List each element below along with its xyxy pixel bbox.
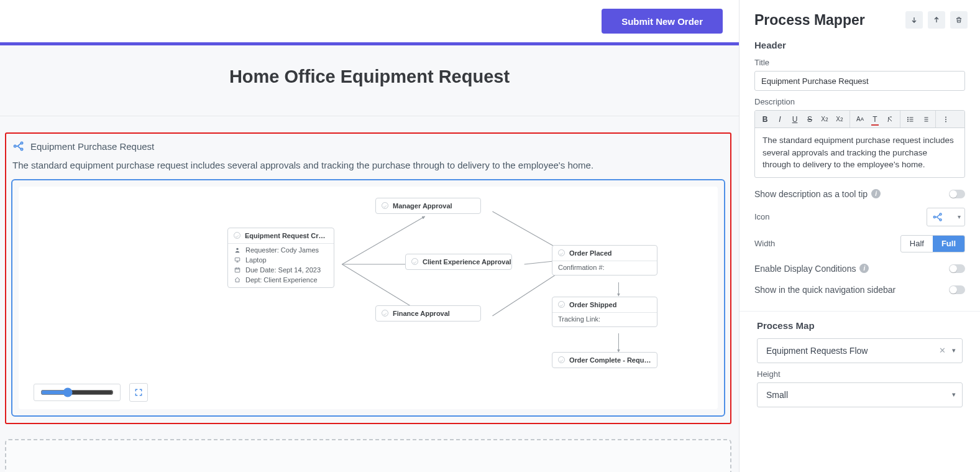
rte-more-icon[interactable] bbox=[938, 113, 953, 126]
rte-superscript-icon[interactable]: X2 bbox=[817, 113, 832, 126]
node-title: Equipment Request Created … bbox=[245, 232, 328, 239]
svg-point-21 bbox=[945, 116, 946, 118]
chevron-down-icon: ▾ bbox=[952, 391, 956, 399]
width-field-label: Width bbox=[754, 239, 775, 248]
svg-point-2 bbox=[21, 148, 22, 150]
svg-point-23 bbox=[945, 121, 946, 122]
conditions-toggle[interactable] bbox=[949, 264, 965, 273]
rte-strikethrough-icon[interactable]: S bbox=[802, 113, 817, 126]
width-segmented-control: Half Full bbox=[900, 235, 965, 252]
status-icon bbox=[234, 232, 240, 239]
height-field-label: Height bbox=[757, 369, 963, 379]
svg-point-26 bbox=[940, 219, 941, 221]
status-icon bbox=[382, 202, 388, 209]
widget-title: Equipment Purchase Request bbox=[30, 141, 154, 152]
node-title: Manager Approval bbox=[393, 202, 452, 210]
due-date: Due Date: Sept 14, 2023 bbox=[245, 266, 321, 274]
status-icon bbox=[411, 258, 418, 265]
svg-point-25 bbox=[940, 213, 941, 215]
svg-rect-20 bbox=[910, 121, 914, 121]
main-canvas: Submit New Order Home Office Equipment R… bbox=[0, 0, 739, 472]
calendar-icon bbox=[234, 267, 241, 273]
node-order-placed[interactable]: Order Placed Confirmation #: bbox=[552, 245, 657, 275]
status-icon bbox=[558, 356, 565, 363]
move-down-button[interactable] bbox=[905, 11, 923, 29]
info-icon[interactable]: i bbox=[859, 264, 869, 273]
conditions-toggle-label: Enable Display Conditions bbox=[754, 264, 856, 274]
requester-label: Requester: Cody James bbox=[245, 246, 319, 254]
tooltip-toggle-label: Show description as a tool tip bbox=[754, 189, 868, 199]
page-header: Home Office Equipment Request bbox=[0, 45, 739, 116]
chevron-down-icon: ▾ bbox=[958, 213, 961, 220]
process-map-canvas[interactable]: Equipment Request Created … Requester: C… bbox=[27, 193, 709, 379]
svg-point-24 bbox=[933, 216, 935, 218]
rte-text-color-icon[interactable]: T bbox=[868, 113, 882, 126]
move-up-button[interactable] bbox=[928, 11, 945, 29]
icon-select[interactable]: ▾ bbox=[927, 208, 965, 226]
info-icon[interactable]: i bbox=[871, 189, 881, 198]
svg-rect-16 bbox=[910, 117, 914, 118]
node-equipment-request-created[interactable]: Equipment Request Created … Requester: C… bbox=[227, 228, 334, 288]
submit-new-order-button[interactable]: Submit New Order bbox=[602, 9, 723, 34]
device-value: Laptop bbox=[245, 256, 267, 264]
status-icon bbox=[558, 301, 565, 308]
tooltip-toggle[interactable] bbox=[949, 190, 965, 198]
section-header-label: Header bbox=[754, 40, 965, 50]
top-bar: Submit New Order bbox=[0, 0, 739, 42]
quicknav-toggle-label: Show in the quick navigation sidebar bbox=[754, 285, 895, 295]
description-label: Description bbox=[754, 97, 965, 106]
page-title: Home Office Equipment Request bbox=[12, 67, 726, 87]
title-field-label: Title bbox=[754, 58, 965, 67]
width-option-full[interactable]: Full bbox=[933, 236, 964, 252]
height-select[interactable]: Small ▾ bbox=[757, 382, 963, 407]
node-client-experience-approval[interactable]: Client Experience Approval bbox=[405, 254, 512, 270]
description-editor: B I U S X2 X2 AA T bbox=[754, 110, 965, 178]
rte-toolbar: B I U S X2 X2 AA T bbox=[755, 111, 964, 128]
description-textarea[interactable]: The standard equipment purchase request … bbox=[755, 128, 964, 177]
quicknav-toggle[interactable] bbox=[949, 285, 965, 294]
widget-dropzone[interactable] bbox=[5, 439, 731, 473]
node-order-complete[interactable]: Order Complete - Request … bbox=[552, 352, 657, 368]
svg-point-15 bbox=[907, 117, 909, 118]
monitor-icon bbox=[234, 257, 241, 263]
home-icon bbox=[234, 277, 241, 283]
zoom-slider[interactable] bbox=[40, 387, 114, 397]
rte-underline-icon[interactable]: U bbox=[787, 113, 802, 126]
title-input[interactable] bbox=[754, 71, 965, 91]
node-finance-approval[interactable]: Finance Approval bbox=[375, 305, 481, 322]
delete-button[interactable] bbox=[950, 11, 968, 29]
svg-point-0 bbox=[14, 145, 16, 147]
node-order-shipped[interactable]: Order Shipped Tracking Link: bbox=[552, 297, 657, 327]
node-title: Client Experience Approval bbox=[423, 258, 511, 266]
process-map-select[interactable]: Equipment Requests Flow ✕ ▾ bbox=[757, 338, 963, 363]
process-viewer: Equipment Request Created … Requester: C… bbox=[11, 179, 725, 417]
width-option-half[interactable]: Half bbox=[901, 236, 933, 252]
height-value: Small bbox=[766, 390, 788, 400]
process-map-icon bbox=[12, 140, 25, 152]
rte-numbered-list-icon[interactable] bbox=[918, 113, 933, 126]
svg-point-17 bbox=[907, 119, 909, 120]
rte-bold-icon[interactable]: B bbox=[758, 113, 772, 126]
process-mapper-widget[interactable]: Equipment Purchase Request The standard … bbox=[5, 132, 731, 424]
chevron-down-icon: ▾ bbox=[952, 346, 956, 354]
section-process-map-label: Process Map bbox=[757, 320, 963, 331]
confirmation-label: Confirmation #: bbox=[558, 264, 651, 271]
rte-italic-icon[interactable]: I bbox=[772, 113, 787, 126]
process-map-value: Equipment Requests Flow bbox=[766, 346, 868, 356]
rte-bullet-list-icon[interactable] bbox=[903, 113, 918, 126]
rte-clear-format-icon[interactable] bbox=[882, 113, 897, 126]
svg-rect-12 bbox=[235, 257, 240, 261]
clear-icon[interactable]: ✕ bbox=[939, 346, 946, 355]
node-title: Order Placed bbox=[569, 249, 611, 257]
node-title: Order Complete - Request … bbox=[569, 356, 651, 364]
user-icon bbox=[234, 247, 241, 253]
zoom-slider-container bbox=[34, 384, 121, 401]
rte-subscript-icon[interactable]: X2 bbox=[832, 113, 847, 126]
status-icon bbox=[558, 249, 565, 256]
widget-description: The standard equipment purchase request … bbox=[12, 159, 724, 173]
node-title: Finance Approval bbox=[393, 310, 450, 317]
fullscreen-button[interactable] bbox=[129, 383, 148, 402]
svg-point-1 bbox=[21, 142, 22, 144]
node-manager-approval[interactable]: Manager Approval bbox=[375, 198, 481, 214]
rte-font-size-icon[interactable]: AA bbox=[853, 113, 868, 126]
